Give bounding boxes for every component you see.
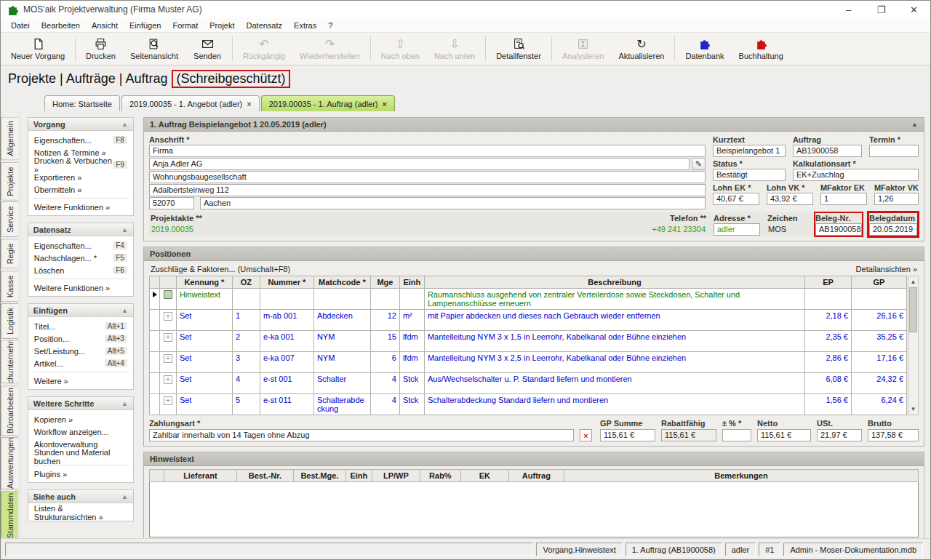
panel-einfuegen-header[interactable]: Einfügen ▲ xyxy=(28,304,133,317)
status-field[interactable]: Bestätigt xyxy=(713,169,786,181)
col-matchcode[interactable]: Matchcode * xyxy=(313,276,370,289)
sidebar-item-eigenschaften-vorgang[interactable]: Eigenschaften...F8 xyxy=(28,134,133,146)
side-tab-kasse[interactable]: Kasse xyxy=(1,271,18,302)
col-best-mge[interactable]: Best.Mge. xyxy=(293,470,345,482)
database-button[interactable]: Datenbank xyxy=(678,34,731,63)
accounting-button[interactable]: Buchhaltung xyxy=(732,34,791,63)
collapse-icon[interactable]: ▲ xyxy=(121,226,128,233)
sidebar-item-stunden-material[interactable]: Stunden und Material buchen xyxy=(28,450,133,463)
sidebar-item-weitere-funktionen-datensatz[interactable]: Weitere Funktionen » xyxy=(28,281,133,294)
zuschlaege-faktoren-link[interactable]: Zuschläge & Faktoren... (Umschalt+F8) xyxy=(151,265,290,273)
detail-window-button[interactable]: Detailfenster xyxy=(489,34,548,63)
clear-zahlungsart-icon[interactable]: × xyxy=(580,429,592,441)
mfaktor-vk-field[interactable]: 1,26 xyxy=(874,193,919,205)
col-bemerkungen[interactable]: Bemerkungen xyxy=(564,470,918,482)
collapse-icon[interactable]: ▲ xyxy=(121,121,128,128)
adresse-field[interactable]: adler xyxy=(714,223,760,236)
tab-home-startseite[interactable]: Home: Startseite xyxy=(44,95,120,111)
close-button[interactable]: ✕ xyxy=(898,1,930,18)
sidebar-item-kopieren[interactable]: Kopieren » xyxy=(28,413,133,425)
position-row-2[interactable]: + Set 2 e-ka 001 NYM 15 lfdm Mantelleitu… xyxy=(149,331,906,352)
side-tab-allgemein[interactable]: Allgemein xyxy=(1,117,18,161)
zip-field[interactable]: 52070 xyxy=(149,197,194,209)
lohn-vk-field[interactable]: 43,92 € xyxy=(767,193,813,205)
menu-ansicht[interactable]: Ansicht xyxy=(86,20,124,31)
panel-datensatz-header[interactable]: Datensatz ▲ xyxy=(28,223,133,236)
col-mge[interactable]: Mge xyxy=(370,276,399,289)
position-row-5[interactable]: + Set 5 e-st 011 Schalterabdeckung 4 Stc… xyxy=(149,394,906,415)
sidebar-item-plugins[interactable]: Plugins » xyxy=(28,468,133,480)
side-tab-bueroarbeiten[interactable]: Büroarbeiten xyxy=(1,385,18,436)
sidebar-item-position[interactable]: Position...Alt+3 xyxy=(28,332,133,345)
kurztext-field[interactable]: Beispielangebot 1 xyxy=(713,145,786,157)
side-tab-projekte[interactable]: Projekte xyxy=(1,162,18,201)
col-best-nr[interactable]: Best.-Nr. xyxy=(236,470,293,482)
maximize-button[interactable]: ❐ xyxy=(865,1,898,18)
sidebar-item-eigenschaften-datensatz[interactable]: Eigenschaften...F4 xyxy=(28,239,133,252)
auftrag-field[interactable]: AB1900058 xyxy=(793,145,862,157)
position-row-hinweistext[interactable]: Hinweistext Raumanschluss ausgehend von … xyxy=(149,289,906,310)
expand-icon[interactable]: + xyxy=(164,354,172,363)
hinweistext-empty-area[interactable] xyxy=(149,482,919,537)
sidebar-item-workflow-anzeigen[interactable]: Workflow anzeigen... xyxy=(28,425,133,438)
menu-einfuegen[interactable]: Einfügen xyxy=(124,20,167,31)
address-line3-field[interactable]: Wohnungsbaugesellschaft xyxy=(149,171,706,183)
sidebar-item-weitere-einfuegen[interactable]: Weitere » xyxy=(28,375,133,387)
new-process-button[interactable]: Neuer Vorgang xyxy=(4,34,72,63)
position-row-4[interactable]: + Set 4 e-st 001 Schalter 4 Stck Aus/Wec… xyxy=(149,373,906,394)
side-tab-auswertungen[interactable]: Auswertungen xyxy=(1,437,18,489)
termin-field[interactable] xyxy=(869,145,919,157)
tab-angebot[interactable]: 2019.00035 - 1. Angebot (adler) × xyxy=(121,95,260,111)
close-tab-icon[interactable]: × xyxy=(383,100,387,108)
row-checkbox[interactable] xyxy=(164,290,172,299)
minimize-button[interactable]: – xyxy=(832,1,865,18)
sidebar-item-uebermitteln[interactable]: Übermitteln » xyxy=(28,183,133,196)
scroll-down-icon[interactable]: ▼ xyxy=(908,404,918,415)
collapse-icon[interactable]: ▲ xyxy=(121,400,128,407)
tab-auftrag[interactable]: 2019.00035 - 1. Auftrag (adler) × xyxy=(261,95,395,111)
side-tab-service[interactable]: Service xyxy=(1,201,18,237)
collapse-icon[interactable]: ▲ xyxy=(911,121,918,128)
collapse-icon[interactable]: ▲ xyxy=(121,493,128,500)
scroll-thumb[interactable] xyxy=(909,287,917,332)
mfaktor-ek-field[interactable]: 1 xyxy=(820,193,867,205)
col-einh2[interactable]: Einh xyxy=(345,470,372,482)
sidebar-item-nachschlagen[interactable]: Nachschlagen... *F5 xyxy=(28,252,133,264)
sidebar-item-loeschen[interactable]: LöschenF6 xyxy=(28,264,133,276)
scroll-up-icon[interactable]: ▲ xyxy=(908,276,918,287)
zahlungsart-field[interactable]: Zahlbar innerhalb von 14 Tagen ohne Abzu… xyxy=(149,429,574,441)
menu-datensatz[interactable]: Datensatz xyxy=(241,20,289,31)
panel-vorgang-header[interactable]: Vorgang ▲ xyxy=(28,118,133,131)
col-nummer[interactable]: Nummer * xyxy=(260,276,313,289)
sidebar-item-listen-strukturansichten[interactable]: Listen & Strukturansichten » xyxy=(28,506,133,519)
menu-projekt[interactable]: Projekt xyxy=(204,20,240,31)
position-row-3[interactable]: + Set 3 e-ka 007 NYM 6 lfdm Mantelleitun… xyxy=(149,352,906,373)
address-line4-field[interactable]: Adalbertsteinweg 112 xyxy=(149,184,706,196)
side-tab-logistik[interactable]: Logistik xyxy=(1,303,18,339)
col-oz[interactable]: OZ xyxy=(232,276,260,289)
sidebar-item-drucken-verbuchen[interactable]: Drucken & Verbuchen »F9 xyxy=(28,159,133,171)
menu-hilfe[interactable]: ? xyxy=(322,20,338,31)
expand-icon[interactable]: + xyxy=(164,396,172,405)
sidebar-item-artikel[interactable]: Artikel...Alt+4 xyxy=(28,357,133,369)
panel-weitere-schritte-header[interactable]: Weitere Schritte ▲ xyxy=(28,397,133,410)
col-lp-wp[interactable]: LP/WP xyxy=(372,470,420,482)
prozent-field[interactable] xyxy=(722,429,751,441)
menu-bearbeiten[interactable]: Bearbeiten xyxy=(36,20,86,31)
sidebar-item-weitere-funktionen-vorgang[interactable]: Weitere Funktionen » xyxy=(28,201,133,213)
city-field[interactable]: Aachen xyxy=(200,197,706,209)
sidebar-item-exportieren[interactable]: Exportieren » xyxy=(28,171,133,183)
signature-pen-button[interactable]: ✎ xyxy=(692,158,706,170)
menu-extras[interactable]: Extras xyxy=(288,20,322,31)
expand-icon[interactable]: + xyxy=(164,375,172,384)
address-line2-field[interactable]: Anja Adler AG xyxy=(149,158,690,170)
positions-scrollbar[interactable]: ▲ ▼ xyxy=(908,276,919,415)
lohn-ek-field[interactable]: 40,67 € xyxy=(713,193,759,205)
belegdatum-field[interactable]: 20.05.2019 xyxy=(869,223,917,236)
sidebar-item-set-leistung[interactable]: Set/Leistung...Alt+5 xyxy=(28,345,133,357)
send-button[interactable]: Senden xyxy=(185,34,229,63)
expand-icon[interactable]: + xyxy=(164,333,172,342)
col-gp[interactable]: GP xyxy=(852,276,907,289)
expand-icon[interactable]: + xyxy=(164,312,172,321)
page-preview-button[interactable]: Seitenansicht xyxy=(123,34,185,63)
